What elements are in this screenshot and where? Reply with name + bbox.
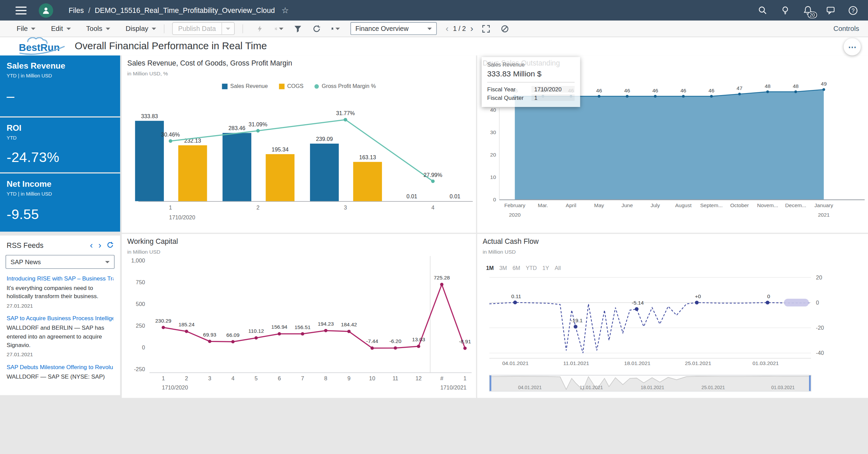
range-button-ytd[interactable]: YTD [526, 265, 537, 271]
pause-refresh-icon[interactable] [500, 24, 509, 33]
area-point[interactable] [738, 93, 741, 95]
line-point[interactable] [394, 346, 397, 350]
line-point[interactable] [440, 283, 444, 286]
range-button-6m[interactable]: 6M [513, 265, 520, 271]
menu-display[interactable]: Display [126, 25, 156, 33]
rss-item-link[interactable]: Introducing RISE with SAP – Business Tra… [7, 275, 114, 282]
notification-badge: 20 [807, 11, 817, 18]
menu-tools[interactable]: Tools [86, 25, 110, 33]
range-button-1m[interactable]: 1M [486, 265, 494, 271]
menu-icon[interactable] [16, 4, 27, 16]
margin-point[interactable] [169, 139, 172, 143]
publish-data-button[interactable]: Publish Data [172, 22, 234, 35]
bar[interactable] [178, 145, 207, 201]
legend-gross-profit-margin[interactable]: Gross Profit Margin % [314, 83, 376, 89]
filter-icon[interactable] [293, 24, 302, 33]
svg-text:1710/2021: 1710/2021 [440, 384, 466, 391]
svg-text:8: 8 [324, 375, 327, 381]
favorite-star-icon[interactable]: ☆ [282, 5, 289, 15]
bar[interactable] [223, 133, 251, 201]
line-point[interactable] [278, 332, 281, 335]
controls-button[interactable]: Controls [833, 25, 859, 33]
fullscreen-icon[interactable] [482, 24, 490, 33]
chart-card-days-sales-outstanding: Days Sales Outstanding 01020304046Februa… [477, 55, 868, 233]
bookmark-icon[interactable] [331, 24, 340, 33]
area-point[interactable] [626, 95, 629, 98]
line-point[interactable] [208, 340, 211, 343]
area-point[interactable] [823, 88, 825, 91]
rss-source-select[interactable]: SAP News [5, 255, 115, 269]
view-selector[interactable]: Finance Overview [350, 22, 437, 35]
menu-file[interactable]: File [17, 25, 36, 33]
line-point[interactable] [324, 329, 327, 332]
refresh-icon[interactable] [312, 24, 321, 33]
range-button-3m[interactable]: 3M [499, 265, 507, 271]
cashflow-point[interactable] [513, 301, 517, 304]
line-point[interactable] [185, 330, 188, 333]
trigger-icon[interactable] [256, 24, 265, 33]
rss-item-link[interactable]: SAP Debuts Milestone Offering to Revolu.… [7, 364, 114, 370]
range-button-1y[interactable]: 1Y [542, 265, 549, 271]
menu-edit[interactable]: Edit [51, 25, 71, 33]
line-point[interactable] [417, 345, 420, 348]
bar[interactable] [310, 144, 339, 201]
rss-item-link[interactable]: SAP to Acquire Business Process Intellig… [7, 315, 114, 322]
chevron-down-icon [152, 28, 156, 30]
cashflow-point[interactable] [635, 307, 638, 311]
legend-sales-revenue[interactable]: Sales Revenue [222, 83, 268, 89]
scrubber-handle-left[interactable] [490, 376, 491, 391]
breadcrumb-files-link[interactable]: Files [69, 6, 84, 14]
margin-point[interactable] [256, 129, 259, 132]
discussions-icon[interactable] [825, 5, 835, 15]
scrubber-handle-right[interactable] [809, 376, 811, 391]
kpi-title: Net Income [0, 174, 120, 188]
cashflow-point[interactable] [766, 301, 769, 305]
svg-text:2020: 2020 [509, 212, 521, 218]
next-page-button[interactable]: › [470, 25, 474, 33]
kpi-tile-net-income[interactable]: Net Income YTD | in Million USD -9.55 [0, 174, 120, 232]
publish-data-dropdown[interactable] [221, 23, 234, 34]
more-options-button[interactable]: ⋯ [844, 38, 861, 56]
line-point[interactable] [231, 340, 235, 343]
line-point[interactable] [162, 326, 165, 329]
legend-cogs[interactable]: COGS [279, 83, 304, 89]
line-point[interactable] [254, 336, 258, 340]
svg-text:Mar.: Mar. [538, 202, 548, 208]
svg-text:January: January [814, 202, 833, 208]
bar[interactable] [266, 154, 294, 201]
area-point[interactable] [794, 90, 797, 93]
area-point[interactable] [766, 90, 769, 93]
line-point[interactable] [347, 330, 351, 333]
cashflow-point[interactable] [574, 325, 577, 328]
bar[interactable] [353, 162, 382, 201]
rss-item: SAP Debuts Milestone Offering to Revolu.… [0, 359, 120, 384]
prompts-icon[interactable] [274, 24, 283, 33]
area-point[interactable] [654, 95, 657, 98]
range-button-all[interactable]: All [555, 265, 561, 271]
notifications-icon[interactable]: 20 [803, 5, 812, 15]
avatar[interactable] [39, 3, 53, 17]
kpi-tile-roi[interactable]: ROI YTD -24.73% [0, 117, 120, 172]
lightbulb-icon[interactable] [780, 5, 790, 15]
previous-page-button[interactable]: ‹ [446, 25, 449, 33]
rss-item-description: WALLDORF — SAP SE (NYSE: SAP) [7, 373, 114, 381]
area-point[interactable] [710, 95, 713, 98]
search-icon[interactable] [757, 5, 767, 15]
area-point[interactable] [682, 95, 685, 98]
line-point[interactable] [370, 346, 374, 350]
rss-next-icon[interactable]: › [98, 242, 101, 249]
rss-refresh-icon[interactable] [107, 242, 114, 249]
cashflow-point[interactable] [695, 301, 699, 305]
area-point[interactable] [598, 95, 600, 98]
line-point[interactable] [463, 347, 467, 350]
bar[interactable] [135, 121, 164, 201]
margin-point[interactable] [344, 118, 347, 121]
line-point[interactable] [301, 332, 304, 335]
svg-text:49: 49 [821, 81, 827, 87]
help-icon[interactable]: ? [848, 5, 858, 15]
rss-previous-icon[interactable]: ‹ [90, 242, 93, 249]
kpi-tile-sales-revenue[interactable]: Sales Revenue YTD | in Million USD – [0, 55, 120, 116]
rss-item: SAP to Acquire Business Process Intellig… [0, 310, 120, 359]
margin-point[interactable] [431, 179, 435, 183]
svg-text:August: August [675, 202, 692, 208]
